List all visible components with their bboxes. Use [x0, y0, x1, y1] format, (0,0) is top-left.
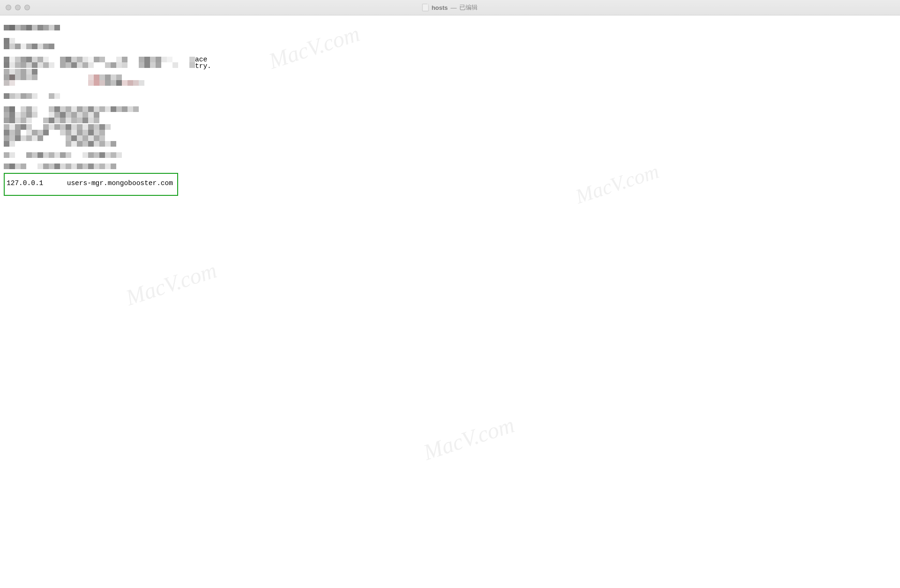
hosts-domain: users-mgr.mongobooster.com: [67, 179, 173, 187]
obscured-text-block: [4, 38, 896, 49]
obscured-text-block: [4, 69, 896, 86]
obscured-text-block: [4, 164, 896, 169]
watermark-text: MacV.com: [122, 257, 220, 310]
highlighted-hosts-entry: 127.0.0.1 users-mgr.mongobooster.com: [4, 173, 178, 196]
minimize-button[interactable]: [15, 5, 21, 10]
window-controls: [0, 5, 30, 10]
obscured-text-block: ace try.: [4, 57, 896, 68]
title-separator: —: [450, 4, 457, 11]
obscured-text-block: [4, 124, 896, 147]
hosts-ip-address: 127.0.0.1: [7, 179, 63, 187]
document-icon: [422, 4, 429, 11]
close-button[interactable]: [6, 5, 11, 10]
obscured-text-block: [4, 152, 896, 158]
editor-content-area[interactable]: ace try.: [0, 15, 900, 588]
watermark-text: MacV.com: [420, 411, 518, 465]
window-titlebar[interactable]: hosts — 已编辑: [0, 0, 900, 15]
obscured-text-block: [4, 93, 896, 99]
obscured-text-block: [4, 25, 896, 30]
edit-status-label: 已编辑: [459, 3, 478, 12]
obscured-text-block: [4, 106, 896, 123]
text-editor-window: hosts — 已编辑 ace: [0, 0, 900, 588]
window-title: hosts — 已编辑: [422, 3, 478, 12]
maximize-button[interactable]: [24, 5, 30, 10]
filename-label: hosts: [432, 4, 448, 11]
